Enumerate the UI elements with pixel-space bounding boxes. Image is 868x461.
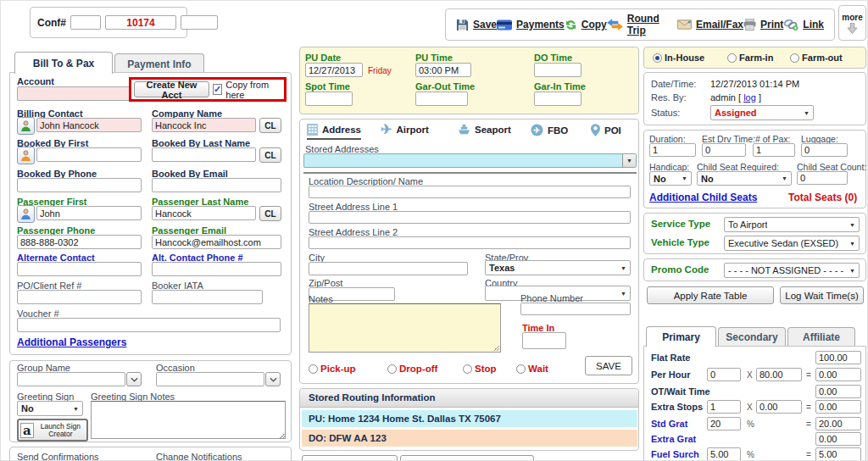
passenger-phone-input[interactable] — [17, 235, 142, 249]
dropoff-radio[interactable]: Drop-off — [387, 364, 437, 374]
wait-radio[interactable]: Wait — [516, 364, 548, 374]
booked-by-email-input[interactable] — [152, 178, 281, 192]
address-save-button[interactable]: SAVE — [585, 356, 632, 375]
extra-stops-qty-input[interactable] — [707, 400, 741, 414]
email-fax-button[interactable]: Email/Fax — [677, 19, 743, 31]
payments-button[interactable]: Payments — [497, 19, 565, 31]
per-hour-total-input[interactable] — [815, 368, 861, 381]
alt-contact-phone-input[interactable] — [152, 262, 281, 276]
additional-passengers-link[interactable]: Additional Passengers — [17, 336, 126, 348]
routing-do-row[interactable]: DO: DFW AA 123 — [302, 430, 637, 447]
state-select[interactable]: Texas▼ — [485, 260, 631, 275]
tab-address[interactable]: Address — [307, 124, 361, 140]
child-seat-count-input[interactable] — [797, 171, 848, 185]
pu-time-input[interactable] — [415, 63, 471, 77]
booked-by-last-input[interactable] — [152, 147, 256, 162]
farm-in-radio[interactable]: Farm-in — [727, 53, 773, 63]
tab-seaport[interactable]: Seaport — [458, 124, 511, 136]
group-name-dropdown-button[interactable] — [126, 372, 142, 386]
create-new-acct-button[interactable]: Create New Acct — [134, 81, 209, 97]
city-input[interactable] — [309, 262, 468, 275]
stored-addresses-select[interactable]: ▼ — [303, 153, 637, 168]
gar-out-time-input[interactable] — [415, 92, 468, 106]
tab-rates-affiliate[interactable]: Affiliate — [787, 327, 855, 347]
passenger-person-button[interactable] — [17, 205, 35, 223]
booked-by-cl-button[interactable]: CL — [259, 147, 281, 163]
ot-wait-total-input[interactable] — [815, 385, 861, 398]
street1-input[interactable] — [309, 211, 631, 224]
phone-number-input[interactable] — [520, 303, 631, 315]
duration-input[interactable] — [649, 143, 696, 157]
est-drv-input[interactable] — [702, 143, 746, 157]
copy-from-here-checkbox[interactable] — [213, 84, 223, 95]
per-hour-rate-input[interactable] — [756, 368, 802, 381]
alternate-contact-input[interactable] — [17, 262, 142, 276]
passenger-last-input[interactable] — [152, 206, 256, 220]
child-seat-req-select[interactable]: No▼ — [697, 171, 792, 186]
group-name-input[interactable] — [17, 372, 125, 386]
tab-payment-info[interactable]: Payment Info — [114, 53, 204, 74]
tab-bill-to-pax[interactable]: Bill To & Pax — [14, 52, 113, 74]
in-house-radio[interactable]: In-House — [653, 53, 704, 63]
location-desc-input[interactable] — [309, 186, 631, 198]
stop-radio[interactable]: Stop — [463, 364, 497, 374]
log-wait-times-button[interactable]: Log Wait Time(s) — [780, 286, 864, 304]
tab-airport[interactable]: ✈ Airport — [381, 124, 429, 136]
gar-in-time-input[interactable] — [534, 92, 581, 106]
log-link[interactable]: log — [743, 92, 756, 103]
time-in-input[interactable] — [522, 332, 566, 349]
print-button[interactable]: Print — [743, 19, 783, 31]
per-hour-qty-input[interactable] — [707, 368, 741, 381]
resize-grip-icon[interactable] — [280, 432, 286, 438]
apply-rate-table-button[interactable]: Apply Rate Table — [647, 286, 774, 304]
conf-number-input[interactable] — [105, 15, 176, 30]
voucher-input[interactable] — [17, 318, 281, 332]
passenger-cl-button[interactable]: CL — [259, 206, 281, 221]
routing-pu-row[interactable]: PU: Home 1234 Home St. Dallas TX 75067 — [302, 410, 637, 427]
notes-textarea[interactable] — [309, 303, 501, 353]
std-grat-qty-input[interactable] — [707, 417, 741, 430]
extra-grat-total-input[interactable] — [815, 432, 861, 446]
greeting-sign-select[interactable]: No▼ — [17, 401, 83, 416]
promo-code-select[interactable]: - - - - NOT ASSIGNED - - - -▼ — [724, 263, 860, 278]
round-trip-button[interactable]: Round Trip — [607, 13, 677, 36]
do-time-input[interactable] — [534, 63, 581, 77]
company-cl-button[interactable]: CL — [259, 118, 281, 133]
status-select[interactable]: Assigned▼ — [710, 105, 814, 120]
spot-time-input[interactable] — [305, 92, 353, 106]
street2-input[interactable] — [309, 236, 631, 249]
std-grat-total-input[interactable] — [815, 417, 861, 430]
booker-iata-input[interactable] — [152, 290, 263, 304]
booked-by-person-button[interactable] — [17, 147, 35, 164]
greeting-sign-notes-textarea[interactable] — [91, 401, 286, 439]
handicap-select[interactable]: No▼ — [649, 171, 692, 186]
extra-stops-rate-input[interactable] — [756, 400, 802, 414]
fuel-surch-total-input[interactable] — [815, 447, 861, 461]
booked-by-phone-input[interactable] — [17, 178, 142, 192]
save-button[interactable]: Save — [456, 19, 497, 31]
company-name-input[interactable] — [152, 118, 256, 132]
po-client-ref-input[interactable] — [17, 290, 142, 304]
booked-by-first-input[interactable] — [36, 147, 142, 162]
occasion-dropdown-button[interactable] — [265, 372, 281, 386]
tab-rates-primary[interactable]: Primary — [646, 326, 716, 347]
farm-out-radio[interactable]: Farm-out — [790, 53, 843, 63]
copy-button[interactable]: Copy — [565, 19, 607, 31]
extra-stops-total-input[interactable] — [815, 400, 861, 414]
tab-poi[interactable]: POI — [591, 124, 621, 136]
bottom-cutoff-button-1[interactable] — [302, 455, 398, 461]
account-input[interactable] — [17, 86, 141, 101]
link-button[interactable]: Link — [783, 19, 824, 31]
billing-contact-input[interactable] — [36, 118, 142, 132]
pax-input[interactable] — [753, 143, 795, 157]
passenger-email-input[interactable] — [152, 235, 281, 249]
launch-sign-creator-button[interactable]: a Launch Sign Creator — [17, 419, 88, 442]
tab-fbo[interactable]: ✈ FBO — [531, 124, 568, 136]
pu-date-input[interactable] — [305, 63, 363, 77]
passenger-first-input[interactable] — [36, 206, 142, 220]
resize-grip-icon[interactable] — [493, 345, 499, 351]
additional-child-seats-link[interactable]: Additional Child Seats — [649, 192, 757, 203]
conf-prefix-input[interactable] — [70, 15, 101, 30]
more-button[interactable]: more — [838, 5, 866, 41]
billing-contact-person-button[interactable] — [17, 117, 35, 135]
